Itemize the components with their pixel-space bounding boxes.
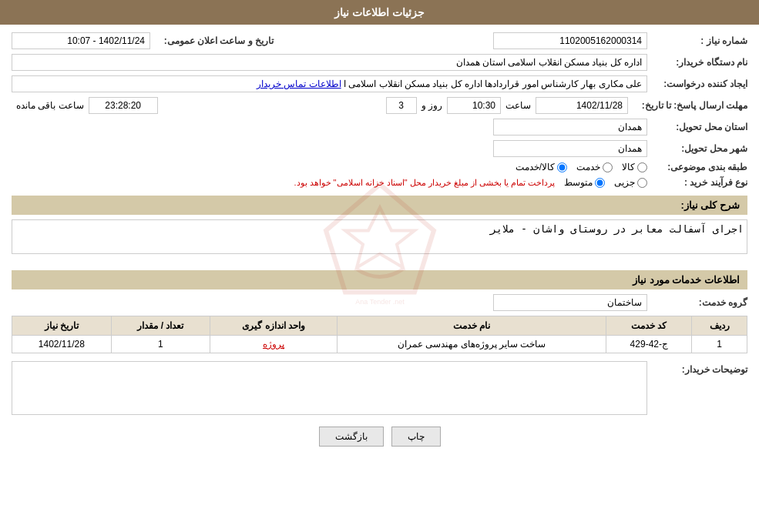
radio-kala-khedmat-label: کالا/خدمت [516, 162, 555, 172]
row-ostan: استان محل تحویل: همدان [12, 119, 747, 136]
row-nam-dastgah: نام دستگاه خریدار: اداره کل بنیاد مسکن ا… [12, 54, 747, 71]
table-header-row: ردیف کد خدمت نام خدمت واحد اندازه گیری ت… [12, 316, 747, 336]
tabaqhe-label: طبقه بندی موضوعی: [647, 162, 747, 172]
mohlat-ersal-label: مهلت ارسال پاسخ: تا تاریخ: [628, 100, 747, 111]
eijad-konande-value: علی مکاری بهار کارشناس امور قراردادها اد… [12, 75, 647, 92]
roz-label: روز و [417, 100, 447, 111]
row-eijad-konande: ایجاد کننده درخواست: علی مکاری بهار کارش… [12, 75, 747, 92]
row-tabaqhe: طبقه بندی موضوعی: کالا خدمت کالا/خدمت [12, 162, 747, 172]
eijad-konande-link[interactable]: اطلاعات تماس خریدار [257, 79, 341, 89]
radio-khedmat[interactable]: خدمت [576, 162, 613, 172]
radio-kala-khedmat-input[interactable] [557, 162, 567, 172]
table-cell: ساخت سایر پروژه‌های مهندسی عمران [337, 336, 606, 353]
row-shahr: شهر محل تحویل: همدان [12, 140, 747, 157]
row-mohlat-ersal: مهلت ارسال پاسخ: تا تاریخ: 1402/11/28 سا… [12, 97, 747, 114]
groh-khadamat-value: ساختمان [493, 294, 647, 311]
radio-jazzi-label: جزیی [614, 177, 635, 188]
table-row: 1ج-42-429ساخت سایر پروژه‌های مهندسی عمرا… [12, 336, 747, 353]
table-cell: 1 [111, 336, 210, 353]
tabaqhe-radio-group: کالا خدمت کالا/خدمت [516, 162, 647, 172]
roz-value: 3 [386, 97, 417, 114]
ostan-label: استان محل تحویل: [647, 122, 747, 132]
radio-kala-label: کالا [622, 162, 635, 172]
row-nove-farayand: نوع فرآیند خرید : جزیی متوسط پرداخت تمام… [12, 177, 747, 188]
page-title: جزئیات اطلاعات نیاز [334, 6, 425, 18]
eijad-konande-label: ایجاد کننده درخواست: [647, 79, 747, 89]
col-vahed: واحد اندازه گیری [210, 316, 338, 336]
shomare-niaz-label: شماره نیاز : [647, 35, 747, 46]
shomare-niaz-value: 1102005162000314 [493, 32, 647, 49]
table-cell: ج-42-429 [606, 336, 692, 353]
nam-dastgah-value: اداره کل بنیاد مسکن انقلاب اسلامی استان … [12, 54, 647, 71]
nove-farayand-radio-group: جزیی متوسط پرداخت تمام یا بخشی از مبلغ خ… [294, 177, 647, 188]
table-cell: پروژه [210, 336, 338, 353]
col-nam-khedmat: نام خدمت [337, 316, 606, 336]
shahr-value: همدان [493, 140, 647, 157]
table-body: 1ج-42-429ساخت سایر پروژه‌های مهندسی عمرا… [12, 336, 747, 353]
col-radif: ردیف [692, 316, 747, 336]
radio-kala-input[interactable] [637, 162, 647, 172]
tosifat-label: توضیحات خریدار: [647, 361, 747, 375]
tarikh-pub-label: تاریخ و ساعت اعلان عمومی: [150, 35, 274, 46]
row-tosifat: توضیحات خریدار: [12, 361, 747, 415]
row-groh-khadamat: گروه خدمت: ساختمان [12, 294, 747, 311]
col-tarikh: تاریخ نیاز [12, 316, 112, 336]
mohlat-date-value: 1402/11/28 [536, 97, 628, 114]
button-row: چاپ بازگشت [12, 427, 747, 447]
page-wrapper: جزئیات اطلاعات نیاز Ana Tender .net شمار… [0, 0, 759, 532]
table-cell: 1 [692, 336, 747, 353]
radio-kala-khedmat[interactable]: کالا/خدمت [516, 162, 567, 172]
tosifat-textarea[interactable] [12, 361, 647, 415]
row-shomare-niaz: شماره نیاز : 1102005162000314 تاریخ و سا… [12, 32, 747, 49]
radio-jazzi-input[interactable] [637, 178, 647, 188]
remaining-time-value: 23:28:20 [89, 97, 158, 114]
sharh-kolli-title: شرح کلی نیاز: [12, 196, 747, 215]
nam-dastgah-label: نام دستگاه خریدار: [647, 57, 747, 68]
khadamat-section-title: اطلاعات خدمات مورد نیاز [12, 270, 747, 289]
radio-kala[interactable]: کالا [622, 162, 647, 172]
col-kod-khedmat: کد خدمت [606, 316, 692, 336]
chap-button[interactable]: چاپ [391, 427, 441, 447]
radio-jazzi[interactable]: جزیی [614, 177, 647, 188]
sharh-kolli-area: // Will be populated by bind logic below [12, 219, 747, 263]
content-area: Ana Tender .net شماره نیاز : 11020051620… [0, 25, 759, 454]
col-tedad: تعداد / مقدار [111, 316, 210, 336]
nove-farayand-label: نوع فرآیند خرید : [647, 177, 747, 188]
saat-label: ساعت [501, 100, 536, 111]
radio-motavasset-input[interactable] [595, 178, 605, 188]
eijad-konande-text: علی مکاری بهار کارشناس امور قراردادها اد… [344, 79, 642, 89]
page-header: جزئیات اطلاعات نیاز [0, 0, 759, 25]
ostan-value: همدان [493, 119, 647, 136]
bazgasht-button[interactable]: بازگشت [319, 427, 384, 447]
tarikh-pub-value: 1402/11/24 - 10:07 [12, 32, 150, 49]
radio-khedmat-input[interactable] [603, 162, 613, 172]
remaining-label: ساعت باقی مانده [12, 100, 89, 111]
table-head: ردیف کد خدمت نام خدمت واحد اندازه گیری ت… [12, 316, 747, 336]
sharh-kolli-textarea[interactable] [12, 219, 747, 254]
radio-khedmat-label: خدمت [576, 162, 600, 172]
groh-khadamat-label: گروه خدمت: [647, 297, 747, 308]
radio-motavasset-label: متوسط [564, 177, 593, 188]
radio-motavasset[interactable]: متوسط [564, 177, 605, 188]
saat-value: 10:30 [447, 97, 501, 114]
shahr-label: شهر محل تحویل: [647, 143, 747, 154]
nove-farayand-note: پرداخت تمام یا بخشی از مبلغ خریدار محل "… [294, 178, 555, 188]
services-table: ردیف کد خدمت نام خدمت واحد اندازه گیری ت… [12, 316, 747, 353]
table-cell: 1402/11/28 [12, 336, 112, 353]
